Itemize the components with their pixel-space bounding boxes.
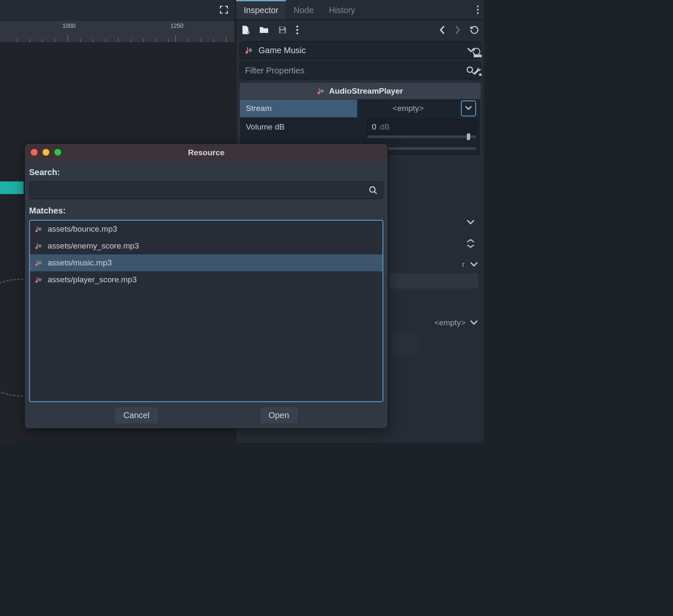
property-label-volume: Volume dB [240,122,357,132]
svg-point-15 [35,247,38,249]
search-input[interactable] [29,181,383,199]
sort-icon[interactable] [466,239,476,248]
list-item[interactable]: assets/bounce.mp3 [30,221,382,238]
audio-file-icon [35,259,43,267]
list-item[interactable]: assets/music.mp3 [30,254,382,271]
hidden-field [390,273,478,289]
svg-point-1 [477,8,479,11]
open-button[interactable]: Open [260,407,298,424]
open-docs-icon[interactable]: DOC [471,46,482,57]
audio-file-icon [35,242,43,250]
node-name-label: Game Music [258,46,462,55]
svg-point-0 [477,5,479,7]
svg-point-17 [35,281,38,283]
list-item[interactable]: assets/player_score.mp3 [30,271,382,288]
property-label-stream: Stream [240,100,357,117]
property-volume-db: Volume dB 0 dB [240,118,480,136]
cancel-button[interactable]: Cancel [114,407,158,424]
property-stream: Stream <empty> [240,99,480,118]
node-selector[interactable]: Game Music [240,41,481,59]
window-close-icon[interactable] [31,149,38,156]
ruler-label: 1250 [170,22,183,29]
tab-history[interactable]: History [321,0,363,19]
viewport-toolbar [0,0,234,20]
audiostream-icon [245,46,253,54]
history-menu-icon[interactable] [296,25,299,35]
ruler: 1000 1250 [0,20,234,42]
list-item-label: assets/enemy_score.mp3 [48,241,139,251]
canvas-object [0,181,24,194]
list-item-label: assets/music.mp3 [48,258,112,267]
chevron-down-icon[interactable] [466,219,476,229]
resource-dialog: Resource Search: Matches: assets/bounce.… [24,143,388,429]
svg-point-6 [296,29,299,31]
window-maximize-icon[interactable] [54,149,61,156]
list-item-label: assets/player_score.mp3 [48,275,137,284]
filter-placeholder: Filter Properties [245,66,466,76]
history-rewind-icon[interactable] [470,25,479,35]
svg-point-5 [296,26,299,28]
dialog-titlebar[interactable]: Resource [25,144,388,162]
class-header[interactable]: AudioStreamPlayer [240,83,480,99]
chevron-down-icon[interactable] [470,320,478,326]
tab-inspector[interactable]: Inspector [236,0,286,19]
save-resource-icon[interactable] [278,26,287,34]
inspector-tabs: Inspector Node History [236,0,484,20]
volume-unit: dB [380,122,390,132]
svg-point-8 [245,51,248,54]
svg-rect-3 [280,27,284,29]
tools-icon[interactable] [472,67,482,77]
search-label: Search: [29,168,383,181]
svg-rect-4 [280,30,285,33]
audiostream-icon [317,87,325,95]
new-resource-icon[interactable] [241,25,250,35]
list-item-label: assets/bounce.mp3 [48,224,117,234]
audio-file-icon [35,225,43,233]
svg-point-2 [477,12,479,14]
filter-properties-input[interactable]: Filter Properties [240,62,481,79]
dialog-title: Resource [188,148,225,157]
tab-node[interactable]: Node [286,0,321,19]
svg-point-10 [479,73,482,76]
svg-point-12 [318,92,320,94]
volume-value: 0 [372,122,377,132]
empty-value[interactable]: <empty> [434,318,466,327]
list-item[interactable]: assets/enemy_score.mp3 [30,238,382,254]
inspector-toolbar [236,20,484,40]
partial-label: r [462,260,465,269]
search-icon [369,186,378,195]
hidden-button[interactable] [391,334,418,354]
volume-slider[interactable] [367,135,476,138]
ruler-label: 1000 [62,22,75,29]
back-icon[interactable] [439,25,445,35]
volume-input[interactable]: 0 dB [367,119,476,135]
audio-file-icon [35,276,43,284]
matches-list: assets/bounce.mp3assets/enemy_score.mp3a… [29,220,383,402]
class-name-label: AudioStreamPlayer [329,86,403,96]
svg-point-7 [296,32,299,35]
stream-dropdown-button[interactable] [461,100,476,116]
stream-value[interactable]: <empty> [357,100,459,116]
svg-point-11 [467,67,473,73]
window-minimize-icon[interactable] [43,149,49,156]
svg-point-14 [35,230,38,232]
svg-point-13 [370,187,375,192]
svg-point-16 [35,264,38,266]
svg-text:DOC: DOC [474,54,482,57]
matches-label: Matches: [29,206,383,220]
forward-icon [455,25,460,35]
chevron-down-icon[interactable] [470,262,478,267]
fullscreen-icon[interactable] [219,5,229,14]
tabs-more-icon[interactable] [471,0,484,19]
load-resource-icon[interactable] [259,26,269,34]
